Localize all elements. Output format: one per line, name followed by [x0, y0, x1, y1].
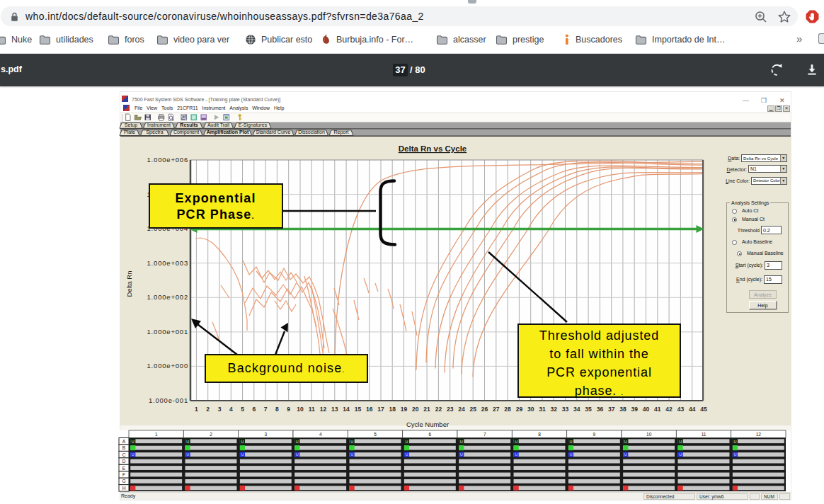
svg-text:34: 34: [573, 406, 580, 413]
svg-text:1.000e+000: 1.000e+000: [147, 362, 188, 370]
svg-text:U: U: [679, 452, 682, 457]
svg-text:3: 3: [264, 432, 267, 437]
svg-text:6: 6: [252, 406, 256, 413]
svg-text:F: F: [122, 472, 125, 477]
svg-text:17: 17: [377, 406, 384, 413]
svg-text:U: U: [241, 440, 244, 444]
svg-text:2: 2: [206, 406, 210, 413]
svg-text:1.000e+001: 1.000e+001: [147, 328, 188, 336]
svg-text:12: 12: [320, 406, 327, 413]
svg-text:U: U: [241, 452, 244, 457]
svg-text:U: U: [569, 452, 572, 457]
svg-text:2: 2: [210, 432, 212, 437]
svg-text:27: 27: [493, 406, 500, 413]
svg-text:8: 8: [538, 432, 541, 437]
svg-text:7: 7: [483, 432, 486, 437]
svg-text:29: 29: [516, 406, 523, 413]
svg-text:21: 21: [423, 406, 430, 413]
svg-text:22: 22: [435, 406, 442, 413]
svg-text:30: 30: [527, 406, 534, 413]
svg-text:33: 33: [562, 406, 569, 413]
svg-text:U: U: [350, 452, 353, 457]
svg-text:11: 11: [702, 432, 706, 437]
svg-text:14: 14: [343, 406, 350, 413]
svg-text:1.000e+006: 1.000e+006: [147, 156, 188, 164]
svg-text:26: 26: [481, 406, 488, 413]
svg-text:Delta Rn: Delta Rn: [125, 271, 133, 297]
svg-text:41: 41: [654, 406, 661, 413]
svg-text:44: 44: [689, 406, 696, 413]
svg-text:U: U: [132, 440, 135, 444]
svg-text:U: U: [296, 440, 299, 444]
svg-text:D: D: [122, 459, 126, 464]
svg-text:6: 6: [428, 432, 431, 437]
svg-text:U: U: [515, 440, 517, 444]
svg-text:Cycle Number: Cycle Number: [406, 420, 449, 428]
svg-text:U: U: [405, 440, 408, 444]
svg-text:1.000e-001: 1.000e-001: [149, 396, 188, 404]
svg-text:U: U: [296, 452, 299, 457]
svg-text:13: 13: [331, 406, 338, 413]
svg-text:U: U: [405, 452, 408, 457]
svg-text:U: U: [460, 452, 463, 457]
svg-text:3: 3: [218, 406, 222, 413]
svg-text:38: 38: [619, 406, 626, 413]
svg-text:A: A: [122, 439, 126, 444]
svg-text:C: C: [122, 452, 126, 457]
svg-text:16: 16: [366, 406, 373, 413]
svg-text:1.000e+003: 1.000e+003: [147, 259, 188, 267]
svg-text:28: 28: [504, 406, 511, 413]
svg-text:U: U: [132, 452, 135, 457]
svg-text:35: 35: [585, 406, 592, 413]
svg-text:U: U: [460, 440, 463, 444]
svg-text:23: 23: [447, 406, 454, 413]
svg-text:U: U: [186, 452, 189, 457]
svg-text:U: U: [624, 440, 627, 444]
svg-text:9: 9: [593, 432, 595, 437]
svg-text:5: 5: [374, 432, 377, 437]
svg-text:U: U: [186, 440, 189, 444]
svg-text:19: 19: [401, 406, 408, 413]
svg-text:Delta Rn vs Cycle: Delta Rn vs Cycle: [399, 144, 467, 153]
svg-text:U: U: [679, 440, 682, 444]
svg-text:G: G: [122, 479, 125, 483]
svg-text:E: E: [122, 466, 126, 471]
svg-text:8: 8: [275, 406, 279, 413]
svg-text:10: 10: [297, 406, 304, 413]
svg-text:45: 45: [700, 406, 707, 413]
svg-text:4: 4: [319, 432, 322, 437]
svg-text:U: U: [350, 440, 353, 444]
svg-text:25: 25: [469, 406, 476, 413]
svg-text:U: U: [515, 452, 517, 457]
svg-text:37: 37: [608, 406, 615, 413]
svg-text:24: 24: [458, 406, 465, 413]
svg-text:9: 9: [287, 406, 290, 413]
svg-text:12: 12: [756, 432, 762, 437]
svg-text:U: U: [624, 452, 627, 457]
svg-text:4: 4: [229, 406, 233, 413]
svg-text:40: 40: [643, 406, 650, 413]
svg-text:10: 10: [646, 432, 652, 437]
svg-text:U: U: [569, 440, 572, 444]
svg-text:18: 18: [389, 406, 396, 413]
svg-text:20: 20: [412, 406, 419, 413]
svg-text:1.000e+002: 1.000e+002: [147, 293, 188, 301]
svg-text:31: 31: [539, 406, 546, 413]
svg-text:H: H: [122, 486, 126, 491]
svg-text:36: 36: [597, 406, 604, 413]
svg-text:43: 43: [677, 406, 685, 413]
svg-text:U: U: [733, 452, 736, 457]
svg-text:1: 1: [195, 406, 198, 413]
svg-text:B: B: [122, 445, 125, 450]
svg-text:1: 1: [155, 432, 158, 437]
svg-text:U: U: [733, 440, 736, 444]
svg-text:11: 11: [309, 406, 315, 413]
svg-text:39: 39: [631, 406, 638, 413]
svg-text:7: 7: [264, 406, 268, 413]
svg-text:15: 15: [355, 406, 362, 413]
svg-text:5: 5: [241, 406, 244, 413]
svg-text:32: 32: [550, 406, 557, 413]
svg-text:42: 42: [665, 406, 673, 413]
